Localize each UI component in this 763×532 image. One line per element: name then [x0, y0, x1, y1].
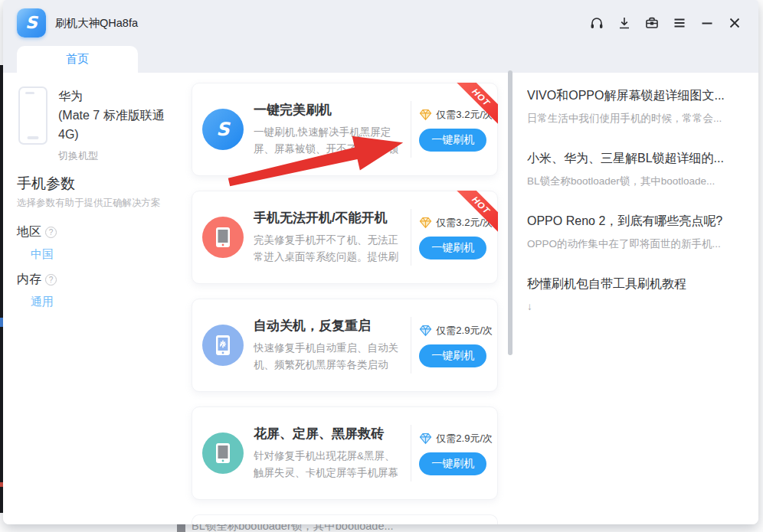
phone-noboot-icon	[202, 217, 244, 258]
phone-screen-icon	[202, 432, 244, 474]
menu-icon[interactable]	[671, 15, 688, 31]
flash-s-icon: S	[202, 109, 244, 150]
article-title[interactable]: 秒懂刷机包自带工具刷机教程	[527, 274, 754, 294]
device-panel: 华为 (Mate 7 标准版联通4G) 切换机型 手机参数 选择参数有助于提供正…	[3, 73, 192, 524]
card-divider	[411, 101, 411, 158]
card-description: 快速修复手机自动重启、自动关机、频繁死机黑屏等各类启动异...	[254, 340, 403, 374]
region-value[interactable]: 中国	[31, 247, 54, 262]
article-item[interactable]: 小米、华为、三星解BL锁超详细的... BL锁全称bootloader锁，其中b…	[527, 149, 754, 190]
article-item[interactable]: OPPO Reno 2，到底有哪些亮点呢? OPPO的动作集中在了即将面世的新手…	[527, 211, 754, 253]
content: 华为 (Mate 7 标准版联通4G) 切换机型 手机参数 选择参数有助于提供正…	[3, 73, 758, 524]
minimize-icon[interactable]	[699, 15, 716, 31]
card-title: 花屏、定屏、黑屏救砖	[254, 425, 403, 442]
app-logo-icon: S	[17, 8, 46, 38]
card-divider	[411, 209, 411, 266]
card-title: 一键完美刷机	[254, 101, 403, 119]
service-card-list: S 一键完美刷机 一键刷机,快速解决手机黑屏定屏、屏幕被锁、开不了机、卡顿发热.…	[192, 83, 498, 524]
close-icon[interactable]	[726, 15, 743, 31]
blue-gem-icon	[419, 432, 432, 445]
article-item[interactable]: VIVO和OPPO解屏幕锁超详细图文... 日常生活中我们使用手机的时候，常常会…	[527, 86, 754, 127]
article-subtitle: 日常生活中我们使用手机的时候，常常会...	[527, 109, 754, 127]
service-card-screen[interactable]: 花屏、定屏、黑屏救砖 针对修复手机出现花屏&黑屏、触屏失灵、卡机定屏等手机屏幕故…	[192, 406, 498, 500]
switch-model-link[interactable]: 切换机型	[58, 146, 178, 165]
hot-ribbon: HOT	[450, 83, 498, 130]
one-key-flash-button[interactable]: 一键刷机	[419, 452, 486, 475]
article-subtitle: OPPO的动作集中在了即将面世的新手机...	[527, 235, 754, 253]
titlebar: S 刷机大神QHa8fa	[3, 0, 758, 46]
card-text: 一键完美刷机 一键刷机,快速解决手机黑屏定屏、屏幕被锁、开不了机、卡顿发热...	[254, 101, 403, 158]
card-title: 自动关机，反复重启	[254, 317, 403, 335]
tab-home[interactable]: 首页	[17, 46, 138, 73]
one-key-flash-button[interactable]: 一键刷机	[419, 237, 486, 259]
price-text: 仅需2.9元/次	[436, 432, 493, 446]
svg-text:S: S	[216, 119, 231, 140]
article-panel: VIVO和OPPO解屏幕锁超详细图文... 日常生活中我们使用手机的时候，常常会…	[527, 86, 754, 337]
device-model: (Mate 7 标准版联通4G)	[58, 106, 178, 144]
service-card-reboot[interactable]: 自动关机，反复重启 快速修复手机自动重启、自动关机、频繁死机黑屏等各类启动异..…	[192, 299, 498, 392]
article-subtitle: ↓	[527, 298, 754, 315]
download-icon[interactable]	[616, 15, 633, 31]
price-text: 仅需2.9元/次	[436, 324, 493, 338]
app-window: S 刷机大神QHa8fa	[3, 0, 758, 524]
svg-text:S: S	[25, 13, 39, 32]
desktop: BL锁全称bootloader锁，其中bootloade... S 刷机大神QH…	[0, 0, 763, 532]
titlebar-actions	[588, 0, 743, 46]
one-key-flash-button[interactable]: 一键刷机	[419, 129, 486, 152]
scrollbar-thumb[interactable]	[508, 70, 512, 355]
headset-icon[interactable]	[588, 15, 605, 31]
help-icon[interactable]: ?	[45, 274, 57, 286]
service-card-partial	[192, 514, 498, 524]
current-device: 华为 (Mate 7 标准版联通4G) 切换机型	[18, 86, 178, 165]
toolbox-icon[interactable]	[643, 15, 660, 31]
memory-label-text: 内存	[17, 272, 41, 288]
region-label: 地区 ?	[17, 224, 57, 240]
hot-ribbon-label: HOT	[450, 191, 498, 236]
card-text: 手机无法开机/不能开机 完美修复手机开不了机、无法正常进入桌面等系统问题。提供刷…	[254, 209, 403, 266]
service-card-flash[interactable]: S 一键完美刷机 一键刷机,快速解决手机黑屏定屏、屏幕被锁、开不了机、卡顿发热.…	[192, 83, 498, 176]
article-title[interactable]: 小米、华为、三星解BL锁超详细的...	[527, 149, 754, 168]
card-divider	[411, 425, 411, 481]
price-row: 仅需2.9元/次	[419, 432, 493, 446]
article-title[interactable]: OPPO Reno 2，到底有哪些亮点呢?	[527, 211, 754, 231]
device-info: 华为 (Mate 7 标准版联通4G) 切换机型	[58, 86, 178, 165]
card-actions: 仅需2.9元/次 一键刷机	[419, 324, 497, 367]
card-description: 完美修复手机开不了机、无法正常进入桌面等系统问题。提供刷机...	[254, 232, 403, 266]
card-description: 针对修复手机出现花屏&黑屏、触屏失灵、卡机定屏等手机屏幕故...	[254, 448, 403, 481]
article-item[interactable]: 秒懂刷机包自带工具刷机教程 ↓	[527, 274, 754, 315]
one-key-flash-button[interactable]: 一键刷机	[419, 344, 486, 367]
card-text: 自动关机，反复重启 快速修复手机自动重启、自动关机、频繁死机黑屏等各类启动异..…	[254, 317, 403, 374]
help-icon[interactable]: ?	[45, 227, 57, 238]
memory-label: 内存 ?	[17, 272, 57, 288]
phone-params-subtitle: 选择参数有助于提供正确解决方案	[17, 197, 161, 210]
card-title: 手机无法开机/不能开机	[254, 209, 403, 227]
card-divider	[411, 317, 411, 374]
article-subtitle: BL锁全称bootloader锁，其中bootloade...	[527, 172, 754, 190]
article-title[interactable]: VIVO和OPPO解屏幕锁超详细图文...	[527, 86, 754, 106]
background-window-bullet	[177, 524, 185, 532]
memory-value[interactable]: 通用	[31, 295, 54, 309]
app-title: 刷机大神QHa8fa	[55, 16, 138, 31]
region-label-text: 地区	[17, 224, 41, 240]
card-description: 一键刷机,快速解决手机黑屏定屏、屏幕被锁、开不了机、卡顿发热...	[254, 124, 403, 158]
blue-gem-icon	[419, 325, 432, 337]
tabbar: 首页	[3, 46, 758, 73]
phone-reboot-icon	[202, 325, 244, 366]
hot-ribbon: HOT	[450, 191, 498, 238]
service-card-noboot[interactable]: 手机无法开机/不能开机 完美修复手机开不了机、无法正常进入桌面等系统问题。提供刷…	[192, 191, 498, 284]
gold-gem-icon	[419, 217, 432, 229]
card-text: 花屏、定屏、黑屏救砖 针对修复手机出现花屏&黑屏、触屏失灵、卡机定屏等手机屏幕故…	[254, 425, 403, 481]
hot-ribbon-label: HOT	[450, 83, 498, 128]
phone-params-title: 手机参数	[17, 174, 75, 194]
card-actions: 仅需2.9元/次 一键刷机	[419, 432, 497, 475]
phone-illustration-icon	[18, 86, 47, 145]
gold-gem-icon	[419, 109, 432, 121]
device-brand: 华为	[58, 86, 178, 106]
price-row: 仅需2.9元/次	[419, 324, 493, 338]
